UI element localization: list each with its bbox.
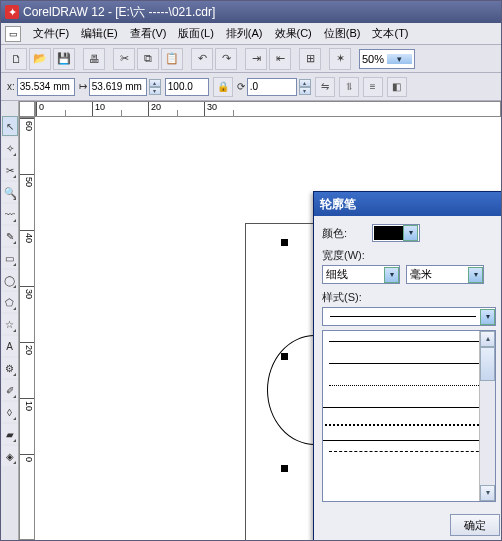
style-label-row: 样式(S): <box>322 290 496 305</box>
style-preview <box>330 316 476 317</box>
color-label: 颜色: <box>322 226 366 241</box>
menu-bitmap[interactable]: 位图(B) <box>318 24 367 43</box>
cut-button[interactable]: ✂ <box>113 48 135 70</box>
dialog-title[interactable]: 轮廓笔 <box>314 192 502 216</box>
style-item-thin[interactable] <box>323 353 495 375</box>
app-launcher-button[interactable]: ⊞ <box>299 48 321 70</box>
new-button[interactable]: 🗋 <box>5 48 27 70</box>
property-bar: x: ↦ ▴▾ 🔒 ⟳ ▴▾ ⇋ ⥮ ≡ ◧ <box>1 73 501 101</box>
width-label: 宽度(W): <box>322 248 365 263</box>
dialog-body: 颜色: ▾ 宽度(W): 细线 ▾ 毫米 ▾ 样式(S): <box>314 216 502 510</box>
style-scrollbar[interactable]: ▴ ▾ <box>479 331 495 501</box>
basic-shapes-tool[interactable]: ☆ <box>2 314 18 334</box>
ok-button[interactable]: 确定 <box>450 514 500 536</box>
rectangle-tool[interactable]: ▭ <box>2 248 18 268</box>
outline-tool[interactable]: ◊ <box>2 402 18 422</box>
zoom-combo[interactable]: 50% ▾ <box>359 49 415 69</box>
vertical-ruler[interactable]: 60 50 40 30 20 10 0 <box>19 117 35 540</box>
selection-handle[interactable] <box>281 465 288 472</box>
zoom-tool[interactable]: 🔍 <box>2 182 18 202</box>
color-preview <box>374 226 403 240</box>
copy-button[interactable]: ⧉ <box>137 48 159 70</box>
chevron-down-icon[interactable]: ▾ <box>468 267 483 283</box>
rotate-input[interactable] <box>247 78 297 96</box>
chevron-down-icon[interactable]: ▾ <box>387 54 412 64</box>
redo-button[interactable]: ↷ <box>215 48 237 70</box>
open-button[interactable]: 📂 <box>29 48 51 70</box>
outline-pen-dialog: 轮廓笔 颜色: ▾ 宽度(W): 细线 ▾ 毫米 ▾ 样式( <box>313 191 502 541</box>
h-tick: 30 <box>204 102 260 116</box>
chevron-down-icon[interactable]: ▾ <box>384 267 399 283</box>
rotate-icon: ⟳ <box>237 81 245 92</box>
standard-toolbar: 🗋 📂 💾 🖶 ✂ ⧉ 📋 ↶ ↷ ⇥ ⇤ ⊞ ✶ 50% ▾ <box>1 45 501 73</box>
scroll-down-button[interactable]: ▾ <box>480 485 495 501</box>
w-spinner[interactable]: ▴▾ <box>149 79 161 95</box>
chevron-down-icon[interactable]: ▾ <box>403 225 418 241</box>
w-field: ↦ ▴▾ <box>79 78 161 96</box>
menu-layout[interactable]: 版面(L) <box>172 24 219 43</box>
misc-button-1[interactable]: ≡ <box>363 77 383 97</box>
smart-tool[interactable]: ✎ <box>2 226 18 246</box>
menu-view[interactable]: 查看(V) <box>124 24 173 43</box>
rotate-field: ⟳ ▴▾ <box>237 78 311 96</box>
unit-combo[interactable]: 毫米 ▾ <box>406 265 484 284</box>
export-button[interactable]: ⇤ <box>269 48 291 70</box>
polygon-tool[interactable]: ⬠ <box>2 292 18 312</box>
undo-button[interactable]: ↶ <box>191 48 213 70</box>
ruler-origin[interactable] <box>19 101 35 117</box>
scroll-up-button[interactable]: ▴ <box>480 331 495 347</box>
app-icon: ✦ <box>5 5 19 19</box>
print-button[interactable]: 🖶 <box>83 48 105 70</box>
doc-icon[interactable]: ▭ <box>5 26 21 42</box>
scroll-thumb[interactable] <box>480 347 495 381</box>
eyedropper-tool[interactable]: ✐ <box>2 380 18 400</box>
menu-edit[interactable]: 编辑(E) <box>75 24 124 43</box>
menu-effects[interactable]: 效果(C) <box>269 24 318 43</box>
corel-online-button[interactable]: ✶ <box>329 48 351 70</box>
style-label: 样式(S): <box>322 290 362 305</box>
text-tool[interactable]: A <box>2 336 18 356</box>
x-label: x: <box>7 81 15 92</box>
style-item-dashed2[interactable] <box>323 441 495 463</box>
color-row: 颜色: ▾ <box>322 224 496 242</box>
v-tick: 20 <box>20 342 34 398</box>
v-tick: 30 <box>20 286 34 342</box>
toolbox: ↖ ✧ ✂ 🔍 〰 ✎ ▭ ◯ ⬠ ☆ A ⚙ ✐ ◊ ▰ ◈ <box>1 101 19 540</box>
x-input[interactable] <box>17 78 75 96</box>
mirror-v-button[interactable]: ⥮ <box>339 77 359 97</box>
zoom-value: 50% <box>362 53 387 65</box>
import-button[interactable]: ⇥ <box>245 48 267 70</box>
style-combo[interactable]: ▾ <box>322 307 496 326</box>
sx-input[interactable] <box>165 78 209 96</box>
v-tick: 0 <box>20 454 34 510</box>
lock-ratio-button[interactable]: 🔒 <box>213 77 233 97</box>
width-combo[interactable]: 细线 ▾ <box>322 265 400 284</box>
paste-button[interactable]: 📋 <box>161 48 183 70</box>
shape-tool[interactable]: ✧ <box>2 138 18 158</box>
menu-text[interactable]: 文本(T) <box>366 24 414 43</box>
crop-tool[interactable]: ✂ <box>2 160 18 180</box>
horizontal-ruler[interactable]: 0 10 20 30 <box>35 101 501 117</box>
menubar: ▭ 文件(F) 编辑(E) 查看(V) 版面(L) 排列(A) 效果(C) 位图… <box>1 23 501 45</box>
color-swatch[interactable]: ▾ <box>372 224 420 242</box>
menu-arrange[interactable]: 排列(A) <box>220 24 269 43</box>
style-item-dotted[interactable] <box>323 375 495 397</box>
w-input[interactable] <box>89 78 147 96</box>
pick-tool[interactable]: ↖ <box>2 116 18 136</box>
fill-tool[interactable]: ▰ <box>2 424 18 444</box>
interactive-tool[interactable]: ⚙ <box>2 358 18 378</box>
interactive-fill-tool[interactable]: ◈ <box>2 446 18 466</box>
menu-file[interactable]: 文件(F) <box>27 24 75 43</box>
misc-button-2[interactable]: ◧ <box>387 77 407 97</box>
rotate-spinner[interactable]: ▴▾ <box>299 79 311 95</box>
style-enlarged-preview <box>322 407 496 441</box>
save-button[interactable]: 💾 <box>53 48 75 70</box>
style-list[interactable]: ▴ ▾ <box>322 330 496 502</box>
chevron-down-icon[interactable]: ▾ <box>480 309 495 325</box>
selection-handle[interactable] <box>281 239 288 246</box>
mirror-h-button[interactable]: ⇋ <box>315 77 335 97</box>
freehand-tool[interactable]: 〰 <box>2 204 18 224</box>
selection-handle[interactable] <box>281 353 288 360</box>
style-item-solid[interactable] <box>323 331 495 353</box>
ellipse-tool[interactable]: ◯ <box>2 270 18 290</box>
